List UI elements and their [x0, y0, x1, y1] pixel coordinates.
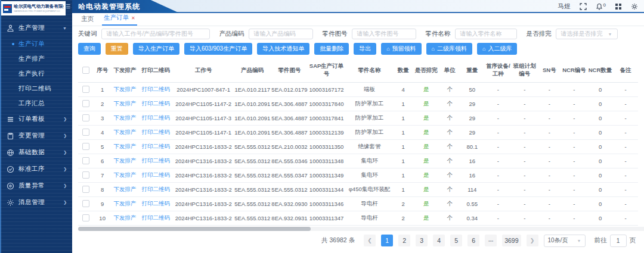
row-checkbox[interactable] — [82, 86, 89, 93]
sidebar-menu: 生产管理▼生产订单生产排产生产执行打印二维码工序汇总订单看板❯变更管理❯基础数据… — [0, 20, 72, 211]
page-button-2[interactable]: 2 — [398, 235, 410, 246]
settings-gear-icon[interactable] — [631, 3, 638, 10]
sidebar-item-5[interactable]: 质量异常❯ — [0, 177, 72, 194]
column-header-SAP生产订单号: SAP生产订单号 — [308, 58, 345, 82]
select-all-checkbox[interactable] — [82, 67, 89, 74]
board-icon — [7, 115, 14, 123]
sidebar-item-6[interactable]: 消息管理❯ — [0, 194, 72, 211]
row-checkbox[interactable] — [82, 171, 89, 179]
sidebar-item-1[interactable]: 订单看板❯ — [0, 111, 72, 127]
page-button-4[interactable]: 4 — [433, 235, 445, 246]
system-title: 哈电动装管理系统 — [72, 2, 140, 12]
scrollbar-thumb[interactable] — [78, 227, 311, 231]
column-header-下发排产: 下发排产 — [111, 58, 138, 82]
chevron-right-icon: ❯ — [63, 200, 67, 205]
page-button-5[interactable]: 5 — [450, 235, 462, 246]
prev-page-button[interactable]: ❮ — [364, 235, 376, 246]
next-page-button[interactable]: ❯ — [527, 235, 538, 246]
toolbar: 查询重置导入生产订单导入603/903生产订单导入技术通知单批量删除导出⌂预留领… — [78, 43, 638, 55]
row-checkbox[interactable] — [82, 129, 89, 136]
column-header-序号: 序号 — [94, 58, 112, 82]
button-导入技术通知单[interactable]: 导入技术通知单 — [257, 43, 309, 55]
sidebar-item-2[interactable]: 变更管理❯ — [0, 127, 72, 144]
button-批量删除[interactable]: 批量删除 — [314, 43, 349, 55]
row-checkbox[interactable] — [82, 157, 89, 164]
tab-主页[interactable]: 主页 — [79, 13, 95, 26]
table-row: 4下发排产打印二维码2024HPC1105-1147-11EA.010.2091… — [78, 125, 638, 139]
sidebar-subitem-打印二维码[interactable]: 打印二维码 — [0, 81, 72, 96]
page-button-6[interactable]: 6 — [467, 235, 479, 246]
column-header-零件名称: 零件名称 — [345, 58, 394, 82]
fullscreen-icon[interactable] — [580, 3, 587, 10]
button-二级库领料[interactable]: ⌂二级库领料 — [426, 43, 472, 55]
page-button-...[interactable]: ••• — [485, 235, 497, 246]
goto-suffix: 页 — [630, 236, 636, 245]
pagination-total: 共 36982 条 — [321, 236, 355, 245]
filter-input-产品编码[interactable]: 请输入产品编码 — [249, 29, 313, 39]
column-header-数量: 数量 — [394, 58, 413, 82]
sidebar: 哈尔滨电气动力装备有限公司 HARBIN ELECTRIC POWER EQUI… — [0, 0, 72, 253]
sidebar-subitem-生产排产[interactable]: 生产排产 — [0, 51, 72, 66]
alert-circle-icon — [7, 182, 14, 190]
horizontal-scrollbar[interactable] — [78, 227, 644, 231]
check-circle-icon — [7, 165, 14, 173]
button-入二级库[interactable]: ⌂入二级库 — [477, 43, 517, 55]
sidebar-subitem-生产执行[interactable]: 生产执行 — [0, 66, 72, 81]
user-name[interactable]: 马煜 — [558, 2, 571, 11]
column-header-NCR数量: NCR数量 — [587, 58, 614, 82]
filter-row: 关键词请输入工作号/产品编码/零件图号产品编码请输入产品编码零件图号请输入零件图… — [78, 28, 638, 40]
filter-input-零件图号[interactable]: 请输入零件图号 — [352, 29, 416, 39]
column-header-班组计划编号: 班组计划编号 — [512, 58, 537, 82]
filter-select-是否排完[interactable]: 请选择是否排完▼ — [556, 29, 618, 39]
column-header-首序设备/工种: 首序设备/工种 — [485, 58, 512, 82]
company-name-en: HARBIN ELECTRIC POWER EQUIPMENT CO — [14, 10, 64, 13]
button-查询[interactable]: 查询 — [78, 43, 101, 55]
orders-table: 序号下发排产打印二维码工作号产品编码零件图号SAP生产订单号零件名称数量是否排完… — [78, 58, 638, 226]
filter-input-关键词[interactable]: 请输入工作号/产品编码/零件图号 — [101, 29, 210, 39]
row-checkbox[interactable] — [82, 200, 89, 207]
button-导入生产订单[interactable]: 导入生产订单 — [133, 43, 179, 55]
table-row: 7下发排产打印二维码2024HPC1316-1833-25EA.555.0312… — [78, 168, 638, 182]
sidebar-collapse-icon[interactable]: ☰ — [66, 4, 70, 10]
sidebar-subitem-生产订单[interactable]: 生产订单 — [0, 36, 72, 51]
tab-close-icon[interactable]: ✕ — [131, 15, 135, 21]
sidebar-item-0[interactable]: 生产管理▼ — [0, 20, 72, 36]
chevron-right-icon: ❯ — [63, 117, 67, 121]
sidebar-item-3[interactable]: 基础数据❯ — [0, 144, 72, 161]
row-checkbox[interactable] — [82, 143, 89, 150]
sidebar-subitem-工序汇总[interactable]: 工序汇总 — [0, 96, 72, 111]
goto-page-input[interactable]: 1 — [610, 235, 627, 247]
column-header-重量: 重量 — [460, 58, 485, 82]
column-header-单位: 单位 — [439, 58, 460, 82]
chevron-right-icon: ❯ — [63, 183, 67, 188]
button-导出[interactable]: 导出 — [354, 43, 376, 55]
chevron-right-icon: ❯ — [63, 133, 67, 138]
filter-input-零件名称[interactable]: 请输入零件名称 — [455, 29, 517, 39]
apps-grid-icon[interactable] — [615, 3, 622, 10]
tab-生产订单[interactable]: 生产订单✕ — [102, 11, 137, 26]
row-checkbox[interactable] — [82, 186, 89, 193]
home-icon: ⌂ — [386, 46, 389, 52]
row-checkbox[interactable] — [82, 214, 89, 221]
column-header-产品编码: 产品编码 — [234, 58, 271, 82]
company-logo: 哈尔滨电气动力装备有限公司 HARBIN ELECTRIC POWER EQUI… — [1, 1, 66, 15]
button-预留领料[interactable]: ⌂预留领料 — [381, 43, 421, 55]
company-name: 哈尔滨电气动力装备有限公司 — [14, 4, 64, 9]
page-button-3[interactable]: 3 — [416, 235, 428, 246]
chevron-down-icon: ▼ — [63, 26, 67, 30]
page-button-3699[interactable]: 3699 — [502, 235, 521, 246]
page-size-select[interactable]: 10条/页▼ — [544, 235, 586, 247]
factory-person-icon — [7, 24, 14, 32]
gear-icon — [7, 199, 14, 207]
row-checkbox[interactable] — [82, 114, 89, 121]
row-checkbox[interactable] — [82, 100, 89, 107]
button-重置[interactable]: 重置 — [106, 43, 128, 55]
page-button-1[interactable]: 1 — [381, 235, 393, 246]
home-icon: ⌂ — [432, 46, 435, 52]
sidebar-item-4[interactable]: 标准工序❯ — [0, 161, 72, 177]
chevron-right-icon: ❯ — [63, 167, 67, 171]
button-导入603/903生产订单[interactable]: 导入603/903生产订单 — [184, 43, 252, 55]
table-row: 9下发排产打印二维码2024HPC1316-1833-25EA.555.0312… — [78, 196, 638, 211]
tab-bar: 主页生产订单✕ — [72, 13, 644, 26]
notification-bell-icon[interactable]: 0 — [596, 3, 606, 10]
